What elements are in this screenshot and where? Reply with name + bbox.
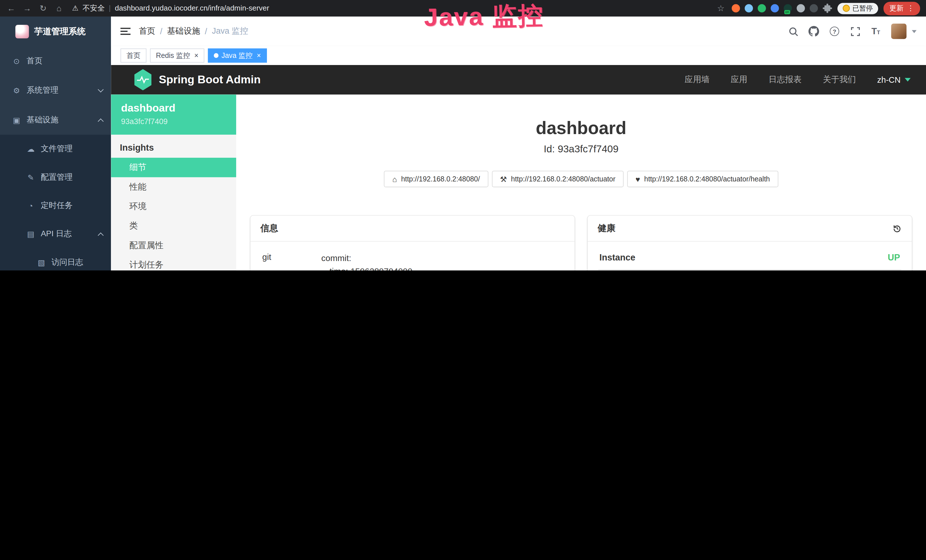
endpoint-health-button[interactable]: ♥ http://192.168.0.2:48080/actuator/heal… — [627, 171, 778, 187]
update-button[interactable]: 更新 ⋮ — [884, 2, 920, 15]
back-icon[interactable]: ← — [6, 3, 17, 13]
sba-link-wallboard[interactable]: 应用墙 — [685, 74, 710, 85]
forward-icon[interactable]: → — [22, 3, 33, 13]
sba-link-journal[interactable]: 日志报表 — [769, 74, 802, 85]
github-icon[interactable] — [808, 26, 819, 36]
home-icon[interactable]: ⌂ — [54, 3, 64, 13]
sidebar-item-system[interactable]: ⚙ 系统管理 — [0, 76, 111, 105]
warning-icon: ⚠ — [72, 4, 79, 12]
chevron-up-icon — [98, 232, 103, 238]
history-icon[interactable] — [892, 224, 902, 233]
font-size-icon[interactable]: TT — [870, 26, 881, 36]
language-label: zh-CN — [877, 75, 900, 85]
language-selector[interactable]: zh-CN — [877, 75, 911, 85]
wrench-icon: ⚒ — [500, 175, 507, 183]
sba-navbar: Spring Boot Admin 应用墙 应用 日志报表 关于我们 zh-CN — [111, 65, 926, 95]
brand: 芋道管理系统 — [0, 17, 111, 46]
breadcrumb-infra[interactable]: 基础设施 — [167, 26, 200, 36]
extension-icon[interactable] — [744, 4, 753, 12]
instance-id: 93a3fc7f7409 — [121, 117, 227, 126]
sidebar-item-api-log[interactable]: ▤ API 日志 — [0, 219, 111, 248]
edit-icon: ✎ — [26, 173, 35, 182]
tab-home[interactable]: 首页 — [120, 48, 146, 63]
instance-header: dashboard 93a3fc7f7409 — [111, 94, 236, 135]
breadcrumb-home[interactable]: 首页 — [139, 26, 156, 36]
tab-label: Redis 监控 — [156, 50, 190, 61]
sidebar-item-files[interactable]: ☁ 文件管理 — [0, 135, 111, 163]
info-value: commit: time: 1596289704000 id: 27aa832 … — [321, 252, 563, 271]
fullscreen-icon[interactable] — [850, 26, 860, 36]
gear-icon: ⚙ — [12, 86, 21, 95]
tab-label: 首页 — [126, 50, 141, 61]
bookmark-star-icon[interactable]: ☆ — [716, 3, 726, 13]
close-icon[interactable]: × — [257, 51, 261, 60]
sidebar-item-home[interactable]: ⊙ 首页 — [0, 46, 111, 76]
sba-main: dashboard Id: 93a3fc7f7409 ⌂ http://192.… — [236, 94, 926, 271]
page-instance-id: Id: 93a3fc7f7409 — [250, 144, 912, 155]
dashboard-icon: ⊙ — [12, 56, 21, 65]
sba-item-configprops[interactable]: 配置属性 — [111, 236, 236, 255]
paused-pill[interactable]: 已暂停 — [837, 3, 878, 14]
sba-item-metrics[interactable]: 性能 — [111, 177, 236, 197]
search-icon[interactable] — [788, 26, 798, 36]
sba-links: 应用墙 应用 日志报表 关于我们 — [685, 74, 856, 85]
emoji-face-icon — [843, 5, 850, 12]
tab-redis-monitor[interactable]: Redis 监控 × — [150, 48, 204, 63]
sba-logo-icon — [133, 69, 152, 91]
sidebar-item-jobs[interactable]: ◔ 定时任务 — [0, 191, 111, 219]
extension-icon[interactable] — [758, 4, 766, 12]
endpoint-buttons: ⌂ http://192.168.0.2:48080/ ⚒ http://192… — [250, 171, 912, 187]
card-title: 健康 — [598, 223, 616, 234]
endpoint-url: http://192.168.0.2:48080/ — [401, 175, 480, 183]
caret-down-icon[interactable] — [912, 30, 917, 33]
endpoint-root-button[interactable]: ⌂ http://192.168.0.2:48080/ — [384, 171, 488, 187]
card-title: 信息 — [250, 216, 575, 242]
insights-label: Insights — [111, 135, 236, 158]
paused-label: 已暂停 — [852, 4, 873, 12]
hamburger-icon[interactable] — [120, 26, 130, 37]
endpoint-url: http://192.168.0.2:48080/actuator — [511, 175, 616, 183]
brand-title: 芋道管理系统 — [34, 26, 86, 37]
endpoint-url: http://192.168.0.2:48080/actuator/health — [644, 175, 770, 183]
sidebar-item-access-log[interactable]: ▧ 访问日志 — [0, 248, 111, 271]
admin-header: 首页 / 基础设施 / Java 监控 ? — [111, 17, 926, 46]
sba-item-classes[interactable]: 类 — [111, 216, 236, 236]
health-card: 健康 Instance UP — [587, 216, 912, 271]
active-dot-icon — [214, 53, 219, 58]
extension-icon[interactable]: on — [784, 4, 792, 12]
url-text: dashboard.yudao.iocoder.cn/infra/admin-s… — [115, 4, 269, 12]
tab-java-monitor[interactable]: Java 监控 × — [208, 48, 267, 63]
cloud-icon: ☁ — [26, 144, 35, 153]
close-icon[interactable]: × — [194, 51, 198, 60]
update-label: 更新 — [890, 3, 904, 13]
heart-icon: ♥ — [635, 175, 640, 183]
extension-icon[interactable] — [809, 4, 818, 12]
sba-link-about[interactable]: 关于我们 — [823, 74, 856, 85]
sidebar-item-label: 访问日志 — [51, 257, 83, 268]
endpoint-actuator-button[interactable]: ⚒ http://192.168.0.2:48080/actuator — [492, 171, 624, 187]
puzzle-extensions-icon[interactable] — [823, 3, 832, 13]
browser-menu-icon[interactable]: ⋮ — [907, 4, 914, 12]
instance-name: dashboard — [121, 102, 227, 114]
caret-down-icon — [905, 78, 911, 81]
address-bar[interactable]: ⚠ 不安全 | dashboard.yudao.iocoder.cn/infra… — [72, 3, 269, 13]
sidebar-item-config[interactable]: ✎ 配置管理 — [0, 163, 111, 191]
sba-item-details[interactable]: 细节 — [111, 158, 236, 177]
clock-icon: ◔ — [26, 201, 35, 210]
extension-icon[interactable] — [731, 4, 740, 12]
extension-icon[interactable] — [770, 4, 779, 12]
infra-submenu: ☁ 文件管理 ✎ 配置管理 ◔ 定时任务 ▤ API 日志 ▧ — [0, 135, 111, 271]
reload-icon[interactable]: ↻ — [38, 3, 48, 13]
sidebar-item-label: 文件管理 — [41, 144, 73, 154]
avatar[interactable] — [891, 24, 906, 39]
help-icon[interactable]: ? — [829, 26, 840, 36]
header-actions: ? TT — [788, 24, 916, 39]
sba-link-applications[interactable]: 应用 — [731, 74, 747, 85]
admin-sidebar: 芋道管理系统 ⊙ 首页 ⚙ 系统管理 ▣ 基础设施 ☁ 文件管理 — [0, 17, 111, 271]
sba-item-environment[interactable]: 环境 — [111, 197, 236, 216]
sidebar-item-label: 首页 — [27, 56, 42, 66]
extension-icon[interactable] — [796, 4, 805, 12]
sidebar-item-infra[interactable]: ▣ 基础设施 — [0, 105, 111, 135]
insights-group: Insights 细节 性能 环境 类 配置属性 计划任务 — [111, 135, 236, 271]
sba-item-scheduled-tasks[interactable]: 计划任务 — [111, 255, 236, 271]
